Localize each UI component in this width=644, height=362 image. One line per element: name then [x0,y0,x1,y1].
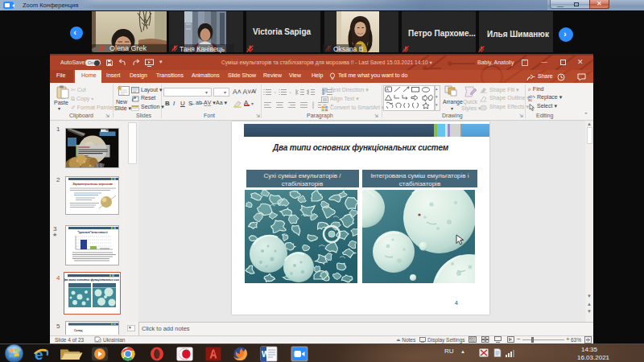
svg-text:Характеристики морозива: Характеристики морозива [72,183,113,186]
svg-text:Склад: Склад [74,329,83,332]
svg-text:"Ідеальні"властивості: "Ідеальні"властивості [77,231,108,234]
svg-text:e: e [35,346,43,362]
svg-text:A: A [386,87,390,92]
svg-text:ac: ac [528,97,533,101]
svg-text:Два типи основних функціональн: Два типи основних функціональних сист [64,278,119,282]
